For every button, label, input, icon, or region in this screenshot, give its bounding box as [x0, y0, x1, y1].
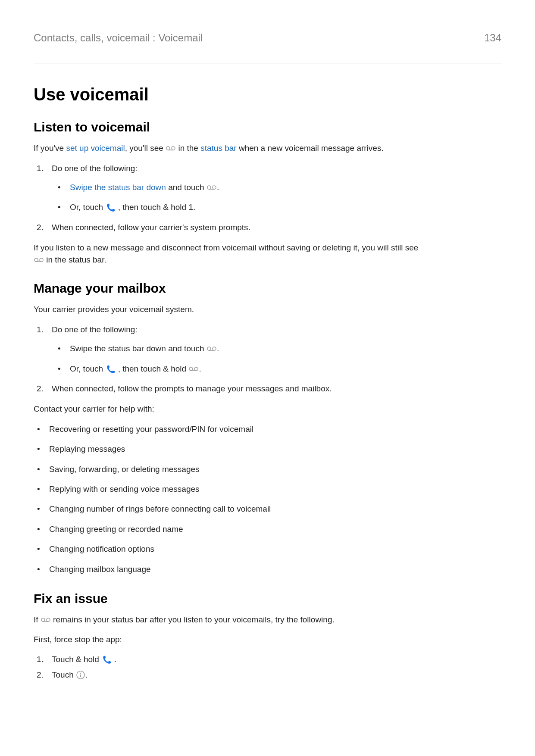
list-item: Changing notification options — [34, 543, 501, 556]
text: . — [85, 670, 88, 679]
manage-contact: Contact your carrier for help with: — [34, 403, 501, 415]
text: and touch — [166, 183, 206, 192]
manage-intro: Your carrier provides your voicemail sys… — [34, 303, 501, 316]
text: , you'll see — [125, 144, 166, 153]
text: If you listen to a new message and disco… — [34, 243, 418, 252]
breadcrumb: Contacts, calls, voicemail : Voicemail — [34, 32, 203, 44]
listen-steps: Do one of the following: Swipe the statu… — [34, 162, 501, 234]
list-item: Swipe the status bar down and touch . — [54, 181, 501, 194]
listen-outro: If you listen to a new message and disco… — [34, 242, 501, 266]
text: in the status bar. — [44, 255, 106, 264]
list-item: Replying with or sending voice messages — [34, 483, 501, 496]
set-up-voicemail-link[interactable]: set up voicemail — [66, 144, 125, 153]
info-icon — [76, 670, 85, 680]
voicemail-icon — [206, 184, 217, 191]
list-item: Changing greeting or recorded name — [34, 523, 501, 536]
listen-substeps: Swipe the status bar down and touch . Or… — [54, 181, 501, 214]
manage-steps: Do one of the following: Swipe the statu… — [34, 323, 501, 396]
voicemail-icon — [188, 366, 199, 372]
list-item: Recovering or resetting your password/PI… — [34, 423, 501, 436]
section-heading-manage: Manage your mailbox — [34, 281, 501, 296]
phone-icon — [105, 202, 116, 212]
list-item: Saving, forwarding, or deleting messages — [34, 463, 501, 476]
text: , then touch & hold — [116, 364, 188, 373]
text: Touch — [52, 670, 76, 679]
text: when a new voicemail message arrives. — [237, 144, 384, 153]
list-item: Do one of the following: Swipe the statu… — [46, 323, 501, 375]
list-item: Changing number of rings before connecti… — [34, 503, 501, 515]
text: remains in your status bar after you lis… — [51, 615, 335, 624]
listen-intro: If you've set up voicemail, you'll see i… — [34, 142, 501, 154]
section-heading-listen: Listen to voicemail — [34, 120, 501, 134]
phone-icon — [105, 364, 116, 374]
text: . — [217, 183, 219, 192]
manage-bullets: Recovering or resetting your password/PI… — [34, 423, 501, 576]
text: If — [34, 615, 41, 624]
text: . — [112, 655, 116, 664]
voicemail-icon — [206, 345, 217, 352]
list-item: When connected, follow your carrier's sy… — [46, 221, 501, 234]
page-title: Use voicemail — [34, 85, 501, 104]
voicemail-icon — [34, 256, 44, 263]
list-item: Touch . — [46, 669, 501, 681]
section-heading-fix: Fix an issue — [34, 591, 501, 606]
list-item: Do one of the following: Swipe the statu… — [46, 162, 501, 214]
fix-steps: Touch & hold . Touch . — [34, 653, 501, 682]
voicemail-icon — [41, 616, 51, 623]
text: Or, touch — [70, 203, 105, 212]
page-header: Contacts, calls, voicemail : Voicemail 1… — [34, 32, 501, 44]
manage-substeps: Swipe the status bar down and touch . Or… — [54, 342, 501, 375]
text: Do one of the following: — [52, 164, 138, 173]
page-number: 134 — [484, 32, 501, 44]
text: Do one of the following: — [52, 325, 138, 334]
text: , then touch & hold 1. — [116, 203, 195, 212]
text: . — [199, 364, 201, 373]
list-item: When connected, follow the prompts to ma… — [46, 382, 501, 395]
text: . — [217, 344, 219, 353]
list-item: Swipe the status bar down and touch . — [54, 342, 501, 355]
text: Touch & hold — [52, 655, 101, 664]
voicemail-icon — [166, 145, 176, 152]
text: Or, touch — [70, 364, 105, 373]
list-item: Changing mailbox language — [34, 563, 501, 576]
text: in the — [176, 144, 200, 153]
list-item: Or, touch , then touch & hold 1. — [54, 201, 501, 214]
header-divider — [34, 63, 501, 63]
list-item: Or, touch , then touch & hold . — [54, 362, 501, 375]
list-item: Touch & hold . — [46, 653, 501, 666]
fix-intro: If remains in your status bar after you … — [34, 614, 501, 626]
swipe-status-bar-link[interactable]: Swipe the status bar down — [70, 183, 166, 192]
phone-icon — [101, 654, 112, 665]
text: Swipe the status bar down and touch — [70, 344, 206, 353]
list-item: Replaying messages — [34, 443, 501, 456]
fix-force: First, force stop the app: — [34, 634, 501, 646]
text: If you've — [34, 144, 66, 153]
status-bar-link[interactable]: status bar — [200, 144, 236, 153]
